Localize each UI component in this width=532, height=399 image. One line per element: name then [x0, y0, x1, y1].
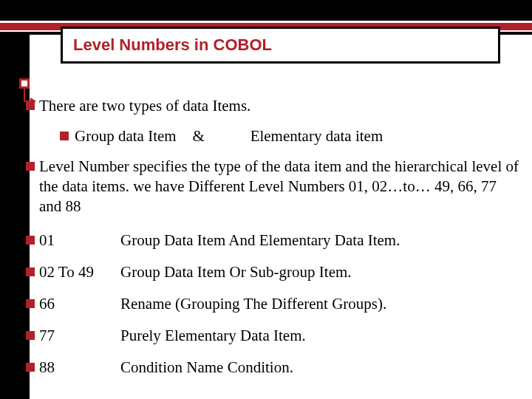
- level-row: 02 To 49 Group Data Item Or Sub-group It…: [39, 262, 519, 282]
- bullet-icon: [26, 162, 35, 171]
- level-desc: Condition Name Condition.: [120, 358, 519, 378]
- content-area: There are two types of data Items. Group…: [39, 96, 519, 378]
- level-row: 88 Condition Name Condition.: [39, 358, 519, 378]
- level-desc: Group Data Item Or Sub-group Item.: [120, 262, 519, 282]
- top-band-black: [0, 0, 532, 21]
- level-number: 66: [39, 294, 120, 314]
- level-row: 01 Group Data Item And Elementary Data I…: [39, 231, 519, 250]
- left-sidebar: [0, 0, 30, 399]
- level-row: 66 Rename (Grouping The Different Groups…: [39, 294, 519, 314]
- types-row: Group data Item&Elementary data item: [39, 126, 519, 146]
- level-desc: Purely Elementary Data Item.: [120, 326, 519, 346]
- group-type-label: Group data Item: [75, 127, 177, 145]
- elementary-type-label: Elementary data item: [250, 127, 383, 145]
- bullet-icon: [26, 267, 35, 276]
- bullet-icon: [60, 132, 69, 140]
- level-row: 77 Purely Elementary Data Item.: [39, 326, 519, 346]
- level-number: 88: [39, 358, 120, 378]
- intro-text: There are two types of data Items.: [39, 96, 519, 116]
- bullet-icon: [26, 331, 35, 340]
- bullet-icon: [26, 363, 35, 372]
- level-desc: Rename (Grouping The Different Groups).: [120, 294, 519, 314]
- bullet-icon: [26, 299, 35, 308]
- slide: Level Numbers in COBOL There are two typ…: [0, 0, 532, 399]
- level-desc-row: Level Number specifies the type of the d…: [39, 157, 519, 216]
- deco-square-icon: [19, 78, 30, 89]
- level-number: 77: [39, 326, 120, 346]
- bullet-icon: [26, 236, 35, 245]
- title-box: Level Numbers in COBOL: [61, 27, 500, 64]
- deco-connector-v: [24, 88, 25, 101]
- level-number: 01: [39, 231, 120, 250]
- deco-arrow-icon: [30, 98, 36, 105]
- slide-title: Level Numbers in COBOL: [63, 35, 272, 55]
- level-number: 02 To 49: [39, 262, 120, 282]
- ampersand: &: [177, 126, 221, 146]
- level-desc-text: Level Number specifies the type of the d…: [39, 157, 519, 216]
- intro-row: There are two types of data Items.: [39, 96, 519, 116]
- level-desc: Group Data Item And Elementary Data Item…: [120, 231, 519, 250]
- types-text: Group data Item&Elementary data item: [75, 126, 519, 146]
